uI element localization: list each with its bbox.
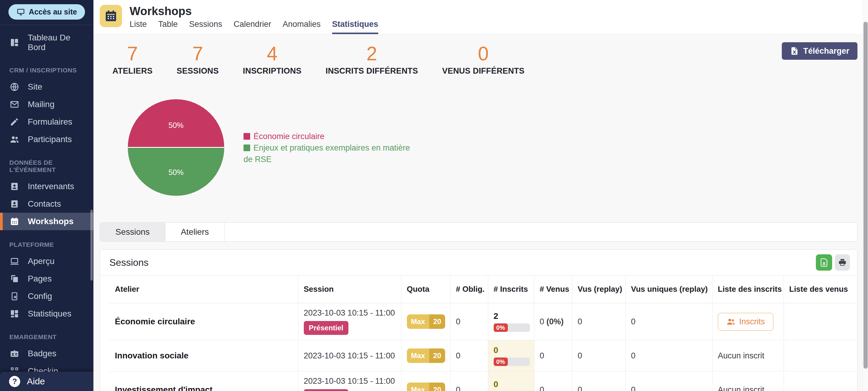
sidebar-item-tableau-de-bord[interactable]: Tableau De Bord [0, 29, 93, 56]
cell-quota: Max20 [401, 340, 450, 371]
sidebar-section-plateforme: PLATEFORME [0, 241, 93, 248]
col-header-quota: Quota [401, 275, 450, 303]
excel-file-icon [790, 47, 799, 56]
sidebar-item-badges[interactable]: Badges [0, 345, 93, 362]
sidebar-item-label: Contacts [28, 199, 61, 209]
quota-value: 20 [429, 314, 445, 329]
help-bar[interactable]: ? Aide [0, 372, 93, 391]
inscrits-progress-bar: 0% [494, 324, 530, 332]
tab-calendrier[interactable]: Calendrier [234, 20, 271, 34]
stat-value: 4 [243, 44, 301, 63]
inscrits-count: 2 [494, 311, 529, 321]
tab-table[interactable]: Table [158, 20, 178, 34]
people-icon [9, 134, 20, 144]
quota-badge: Max20 [407, 348, 445, 363]
sessions-card: Sessions [100, 250, 858, 391]
sidebar-scrollbar[interactable] [90, 210, 93, 281]
sidebar-item-participants[interactable]: Participants [0, 131, 93, 148]
panel-tab-ateliers[interactable]: Ateliers [165, 223, 224, 241]
pie-slice-label-bottom: 50% [168, 168, 184, 177]
sessions-card-header: Sessions [100, 250, 857, 275]
sidebar-item-mailing[interactable]: Mailing [0, 95, 93, 113]
cell-liste-inscrits: Aucun inscrit [712, 371, 784, 391]
tab-anomalies[interactable]: Anomalies [283, 20, 321, 34]
pie-divider [128, 147, 224, 148]
cell-session: 2023-10-03 10:15 - 11:00 [298, 340, 401, 371]
session-datetime: 2023-10-03 10:15 - 11:00 [304, 308, 396, 318]
inscrits-progress-label: 0% [494, 324, 508, 332]
inscrits-button[interactable]: Inscrits [718, 313, 774, 331]
sidebar-item-statistiques[interactable]: Statistiques [0, 305, 93, 323]
cell-inscrits: 0 0% [488, 371, 534, 391]
sidebar-item-label: Mailing [28, 100, 55, 109]
cell-vus-replay: 0 [572, 303, 625, 340]
cell-liste-venus [784, 371, 857, 391]
legend-item-enjeux-rse[interactable]: Enjeux et pratiques exemplaires en matiè… [244, 142, 417, 165]
sidebar-item-apercu[interactable]: Aperçu [0, 253, 93, 270]
header-tabs: Liste Table Sessions Calendrier Anomalie… [130, 20, 378, 34]
sidebar-item-label: Site [28, 82, 42, 92]
venus-count: 0 [540, 317, 544, 326]
mail-icon [9, 99, 20, 110]
tab-statistiques[interactable]: Statistiques [332, 20, 378, 34]
sidebar-item-config[interactable]: Config [0, 287, 93, 305]
tab-sessions[interactable]: Sessions [189, 20, 222, 34]
stats-row: 7 ATELIERS 7 SESSIONS 4 INSCRIPTIONS 2 I… [100, 34, 858, 76]
stat-label: INSCRIPTIONS [243, 66, 301, 76]
stat-ateliers: 7 ATELIERS [113, 44, 153, 76]
cell-venus: 0 (0%) [534, 303, 572, 340]
cell-vus-uniques: 0 [625, 303, 712, 340]
panel-tab-sessions[interactable]: Sessions [100, 223, 165, 241]
sidebar-item-workshops[interactable]: Workshops [0, 213, 93, 230]
panel-tabs: Sessions Ateliers [100, 222, 858, 242]
sidebar-section-emargement: EMARGEMENT [0, 333, 93, 341]
presentiel-badge: Présentiel [304, 321, 349, 335]
stat-inscrits-differents: 2 INSCRITS DIFFÉRENTS [326, 44, 418, 76]
cell-oblig: 0 [450, 303, 488, 340]
col-header-atelier: Atelier [110, 275, 298, 303]
print-button[interactable] [835, 254, 850, 271]
device-gear-icon [9, 291, 20, 301]
quota-badge: Max20 [407, 314, 445, 329]
inscrits-count: 0 [494, 345, 529, 355]
export-excel-button[interactable] [816, 254, 832, 271]
stat-venus-differents: 0 VENUS DIFFÉRENTS [442, 44, 524, 76]
sidebar-item-label: Aperçu [28, 256, 55, 266]
inscrits-progress-label: 0% [494, 358, 508, 366]
calendar-icon [9, 216, 20, 227]
sidebar-item-label: Statistiques [28, 309, 71, 318]
tab-liste[interactable]: Liste [130, 20, 147, 34]
sidebar-item-pages[interactable]: Pages [0, 270, 93, 287]
badge-card-icon [9, 348, 20, 359]
legend-item-economie-circulaire[interactable]: Économie circulaire [244, 131, 417, 142]
sidebar-item-contacts[interactable]: Contacts [0, 195, 93, 213]
sidebar-item-intervenants[interactable]: Intervenants [0, 178, 93, 195]
table-row: Économie circulaire 2023-10-03 10:15 - 1… [110, 303, 857, 340]
sidebar-item-site[interactable]: Site [0, 78, 93, 95]
sidebar-section-crm: CRM / INSCRIPTIONS [0, 67, 93, 74]
quota-max-label: Max [407, 383, 430, 391]
access-site-label: Accès au site [29, 7, 77, 16]
cell-oblig: 0 [450, 340, 488, 371]
sidebar-section-donnees: DONNÉES DE L'ÉVÉNEMENT [0, 159, 93, 173]
sidebar-item-label: Workshops [28, 217, 73, 226]
download-button[interactable]: Télécharger [782, 42, 858, 60]
sidebar-item-formulaires[interactable]: Formulaires [0, 113, 93, 131]
cell-liste-inscrits: Aucun inscrit [712, 340, 784, 371]
col-header-vus-replay: Vus (replay) [572, 275, 625, 303]
download-label: Télécharger [803, 47, 849, 56]
sidebar-item-label: Config [28, 291, 52, 301]
sidebar-item-label: Badges [28, 349, 56, 358]
cell-atelier: Économie circulaire [110, 303, 298, 340]
quota-badge: Max20 [407, 383, 445, 391]
legend-swatch-pink [244, 133, 250, 140]
excel-file-icon [819, 258, 829, 267]
col-header-oblig: # Oblig. [450, 275, 488, 303]
sessions-card-title: Sessions [110, 257, 149, 268]
col-header-inscrits: # Inscrits [488, 275, 534, 303]
page-scrollbar-thumb[interactable] [864, 22, 868, 369]
access-site-button[interactable]: Accès au site [8, 4, 85, 20]
chart-legend: Économie circulaire Enjeux et pratiques … [244, 131, 417, 196]
cell-quota: Max20 [401, 371, 450, 391]
page-scrollbar[interactable] [863, 0, 868, 391]
